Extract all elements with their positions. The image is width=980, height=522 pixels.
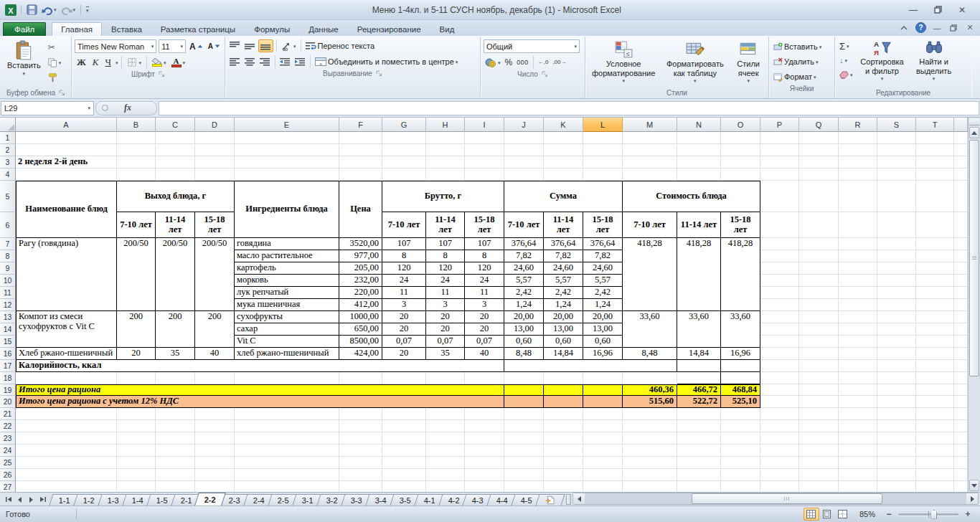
cell[interactable] xyxy=(382,144,426,156)
normal-view-button[interactable] xyxy=(804,508,819,521)
cell[interactable] xyxy=(677,408,721,420)
conditional-formatting-button[interactable]: ≤ Условное форматирование▾ xyxy=(588,38,659,85)
cell-L7[interactable]: 376,64 xyxy=(583,238,623,250)
row-header-3[interactable]: 3 xyxy=(0,156,16,169)
row-header-19[interactable]: 19 xyxy=(0,384,16,396)
cell[interactable] xyxy=(544,420,583,432)
cell-D16[interactable]: 40 xyxy=(195,348,235,360)
cell[interactable] xyxy=(839,469,877,481)
cell[interactable] xyxy=(465,432,504,445)
cell-B6[interactable]: 7-10 лет xyxy=(117,212,156,238)
cell-L12[interactable]: 1,24 xyxy=(583,299,623,311)
cell-H6[interactable]: 11-14 лет xyxy=(426,212,465,238)
row-header-4[interactable]: 4 xyxy=(0,169,16,181)
insert-cells-button[interactable]: Вставить▾ xyxy=(772,40,831,53)
cell[interactable] xyxy=(839,156,877,169)
cell-H8[interactable]: 8 xyxy=(426,250,465,262)
cell[interactable] xyxy=(544,432,583,445)
cell[interactable] xyxy=(117,372,156,384)
cell[interactable] xyxy=(117,132,156,144)
cell[interactable] xyxy=(235,457,339,469)
cell-H14[interactable]: 20 xyxy=(426,323,465,336)
cell[interactable] xyxy=(16,144,117,156)
paste-button[interactable]: Вставить ▾ xyxy=(4,38,44,78)
percent-style-button[interactable]: % xyxy=(504,56,514,69)
cell[interactable] xyxy=(877,299,916,311)
cell[interactable] xyxy=(877,262,916,275)
cell-K8[interactable]: 7,82 xyxy=(544,250,583,262)
cell[interactable] xyxy=(465,469,504,481)
cell[interactable] xyxy=(916,445,954,457)
cell[interactable] xyxy=(877,144,916,156)
cell-I8[interactable]: 8 xyxy=(465,250,504,262)
cell[interactable] xyxy=(799,408,839,420)
cell-J9[interactable]: 24,60 xyxy=(504,262,544,275)
cell[interactable] xyxy=(954,311,968,323)
cell[interactable] xyxy=(583,420,623,432)
cell[interactable] xyxy=(916,287,954,299)
cell[interactable] xyxy=(916,156,954,169)
cell-M6[interactable]: 7-10 лет xyxy=(623,212,677,238)
cell[interactable] xyxy=(16,469,117,481)
cell[interactable] xyxy=(877,372,916,384)
row-header-18[interactable]: 18 xyxy=(0,372,16,384)
row-header-12[interactable]: 12 xyxy=(0,299,16,311)
undo-button[interactable]: ▾ xyxy=(41,4,57,16)
cell[interactable] xyxy=(954,336,968,348)
cell-M16[interactable]: 8,48 xyxy=(623,348,677,360)
save-button[interactable] xyxy=(26,4,38,16)
format-painter-button[interactable] xyxy=(47,71,63,84)
zoom-track[interactable] xyxy=(898,513,958,516)
cell[interactable] xyxy=(382,445,426,457)
cell-G6[interactable]: 7-10 лет xyxy=(382,212,426,238)
cell[interactable] xyxy=(195,481,235,492)
row-header-14[interactable]: 14 xyxy=(0,323,16,336)
cell[interactable] xyxy=(954,299,968,311)
cell-G10[interactable]: 24 xyxy=(382,275,426,287)
cell[interactable] xyxy=(877,275,916,287)
zoom-slider-thumb[interactable] xyxy=(930,510,937,519)
cell[interactable] xyxy=(504,469,544,481)
name-box[interactable]: L29 ▾ xyxy=(1,101,94,115)
cell[interactable] xyxy=(877,408,916,420)
cell-K6[interactable]: 11-14 лет xyxy=(544,212,583,238)
cell-E5[interactable]: Ингредиенты блюда xyxy=(235,181,339,238)
cell[interactable] xyxy=(954,420,968,432)
cell[interactable] xyxy=(877,132,916,144)
cell[interactable] xyxy=(382,169,426,181)
cell[interactable] xyxy=(583,469,623,481)
cell[interactable] xyxy=(117,408,156,420)
cell[interactable] xyxy=(544,169,583,181)
cell[interactable] xyxy=(954,250,968,262)
cell-D7[interactable]: 200/50 xyxy=(195,238,235,311)
cell-E10[interactable]: морковь xyxy=(235,275,339,287)
cell[interactable] xyxy=(760,156,799,169)
cell[interactable] xyxy=(16,372,117,384)
cell[interactable] xyxy=(235,481,339,492)
cell[interactable] xyxy=(760,457,799,469)
cell-B13[interactable]: 200 xyxy=(117,311,156,348)
cell-B5[interactable]: Выход блюда, г xyxy=(117,181,235,212)
decrease-decimal-button[interactable]: ,00→ xyxy=(551,56,567,69)
cell[interactable] xyxy=(339,420,382,432)
cell[interactable] xyxy=(877,323,916,336)
cell[interactable] xyxy=(799,144,839,156)
column-header-N[interactable]: N xyxy=(677,118,721,132)
row-header-25[interactable]: 25 xyxy=(0,457,16,469)
cell[interactable] xyxy=(382,457,426,469)
cell[interactable] xyxy=(426,445,465,457)
cell[interactable] xyxy=(504,420,544,432)
cell-M13[interactable]: 33,60 xyxy=(623,311,677,348)
sheet-tab-2-2[interactable]: 2-2 xyxy=(195,493,227,506)
cell-J7[interactable]: 376,64 xyxy=(504,238,544,250)
column-header-A[interactable]: A xyxy=(16,118,117,132)
cell[interactable] xyxy=(877,169,916,181)
cell[interactable] xyxy=(839,457,877,469)
cell[interactable] xyxy=(339,457,382,469)
cell[interactable] xyxy=(760,144,799,156)
column-header-O[interactable]: O xyxy=(721,118,760,132)
tab-scroll-split-handle[interactable] xyxy=(566,494,571,505)
cell-C13[interactable]: 200 xyxy=(156,311,195,348)
cell[interactable] xyxy=(839,299,877,311)
insert-function-button[interactable]: fx xyxy=(95,101,157,115)
